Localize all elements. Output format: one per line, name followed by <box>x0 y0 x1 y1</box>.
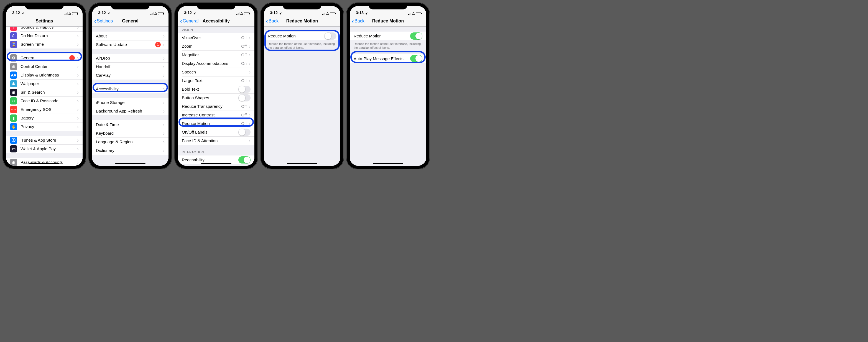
list-item[interactable]: ◉Siri & Search› <box>6 88 83 96</box>
list-item[interactable]: ▮Battery› <box>6 114 83 122</box>
battery-icon: ▮ <box>10 115 17 122</box>
chevron-right-icon: › <box>163 56 165 61</box>
notch <box>25 3 64 9</box>
cell-value: On <box>241 61 247 66</box>
switch[interactable] <box>238 94 251 101</box>
cell-label: Face ID & Attention <box>182 138 248 143</box>
list-item[interactable]: Keyboard› <box>92 129 168 137</box>
list-item[interactable]: Reachability <box>178 155 254 164</box>
chevron-right-icon: › <box>249 113 251 118</box>
home-indicator[interactable] <box>115 163 146 164</box>
cell-label: Do Not Disturb <box>21 33 76 38</box>
autoplay-switch[interactable] <box>410 55 422 62</box>
list-item[interactable]: MagnifierOff› <box>178 51 254 59</box>
list-item[interactable]: ◉Passwords & Accounts› <box>6 158 83 166</box>
list-item[interactable]: Reduce MotionOff› <box>178 119 254 128</box>
chevron-right-icon: › <box>163 64 165 69</box>
list-item[interactable]: ZoomOff› <box>178 42 254 51</box>
emergency-sos-icon: SOS <box>10 106 17 113</box>
autoplay-message-effects-row[interactable]: Auto-Play Message Effects <box>350 54 426 63</box>
home-indicator[interactable] <box>287 163 317 164</box>
nav-back-button[interactable]: ‹ Back <box>266 18 279 24</box>
list-item[interactable]: Background App Refresh› <box>92 107 168 115</box>
list-item[interactable]: On/Off Labels <box>178 128 254 136</box>
list-item[interactable]: ✋Privacy› <box>6 122 83 131</box>
cell-value: Off <box>241 44 247 49</box>
switch[interactable] <box>238 86 251 93</box>
list-item[interactable]: Button Shapes <box>178 93 254 102</box>
list-item[interactable]: ⒶiTunes & App Store› <box>6 136 83 145</box>
cell-label: Accessibility <box>96 87 162 91</box>
chevron-right-icon: › <box>77 64 79 69</box>
page-title: Settings <box>35 19 53 24</box>
status-time: 3:12 <box>270 10 278 15</box>
cell-label: Speech <box>182 69 248 74</box>
list-item[interactable]: AirDrop› <box>92 54 168 62</box>
nav-back-button[interactable]: ‹ Settings <box>94 18 113 24</box>
list-item[interactable]: ▭Wallet & Apple Pay› <box>6 145 83 153</box>
chevron-right-icon: › <box>163 73 165 78</box>
list-item[interactable]: Date & Time› <box>92 120 168 129</box>
nav-back-button[interactable]: ‹ Back <box>352 18 365 24</box>
nav-back-button[interactable]: ‹ General <box>180 18 198 24</box>
list-item[interactable]: VoiceOverOff› <box>178 33 254 42</box>
cell-label: Handoff <box>96 64 162 69</box>
list-item[interactable]: Reduce TransparencyOff› <box>178 102 254 111</box>
chevron-right-icon: › <box>249 78 251 83</box>
chevron-right-icon: › <box>77 81 79 86</box>
list-item[interactable]: Bold Text <box>178 85 254 93</box>
chevron-right-icon: › <box>163 139 165 145</box>
signal-icon <box>151 12 154 15</box>
list-item[interactable]: ❀Wallpaper› <box>6 79 83 88</box>
list-item[interactable]: Speech› <box>178 68 254 76</box>
home-indicator[interactable] <box>373 163 403 164</box>
list-item[interactable]: ♪Sounds & Haptics› <box>6 27 83 31</box>
reduce-motion-row[interactable]: Reduce Motion <box>350 32 426 40</box>
chevron-right-icon: › <box>249 69 251 74</box>
list-item[interactable]: ⌛Screen Time› <box>6 40 83 49</box>
list-item[interactable]: Dictionary› <box>92 146 168 155</box>
list-item[interactable]: Display AccommodationsOn› <box>178 59 254 68</box>
cell-label: Increase Contrast <box>182 113 241 117</box>
nav-back-label: General <box>183 19 198 24</box>
list-item[interactable]: CarPlay› <box>92 71 168 80</box>
list-item[interactable]: ⎚Control Center› <box>6 62 83 71</box>
cell-label: Wallpaper <box>21 81 76 86</box>
section-header-vision: VISION <box>178 27 254 33</box>
location-icon: ➤ <box>21 11 24 15</box>
list-item[interactable]: About› <box>92 32 168 40</box>
cell-value: Off <box>241 52 247 57</box>
list-item[interactable]: AADisplay & Brightness› <box>6 71 83 79</box>
home-indicator[interactable] <box>29 163 60 164</box>
cell-label: Larger Text <box>182 78 241 83</box>
cell-label: Display & Brightness <box>21 73 76 77</box>
list-item[interactable]: ⚙General1› <box>6 54 83 62</box>
reduce-motion-switch[interactable] <box>324 32 336 40</box>
passwords-accounts-icon: ◉ <box>10 159 17 166</box>
cell-value: Off <box>241 35 247 40</box>
list-item[interactable]: ☾Do Not Disturb› <box>6 31 83 40</box>
chevron-right-icon: › <box>77 98 79 103</box>
status-time: 3:13 <box>356 10 364 15</box>
switch[interactable] <box>238 156 251 163</box>
chevron-right-icon: › <box>249 138 251 143</box>
home-indicator[interactable] <box>201 163 231 164</box>
status-time: 3:12 <box>98 10 106 15</box>
list-item[interactable]: Language & Region› <box>92 137 168 146</box>
list-item[interactable]: iPhone Storage› <box>92 98 168 107</box>
switch[interactable] <box>238 129 251 136</box>
list-item[interactable]: Software Update1› <box>92 40 168 49</box>
reduce-motion-switch[interactable] <box>410 32 422 40</box>
cell-label: Control Center <box>21 64 76 69</box>
list-item[interactable]: SOSEmergency SOS› <box>6 105 83 114</box>
list-item[interactable]: ☺Face ID & Passcode› <box>6 96 83 105</box>
list-item[interactable]: Larger TextOff› <box>178 76 254 85</box>
cell-label: Battery <box>21 116 76 120</box>
content-area: ♪Sounds & Haptics›☾Do Not Disturb›⌛Scree… <box>6 27 83 166</box>
reduce-motion-row[interactable]: Reduce Motion <box>264 32 340 40</box>
do-not-disturb-icon: ☾ <box>10 32 17 39</box>
list-item[interactable]: Increase ContrastOff› <box>178 111 254 119</box>
list-item[interactable]: Handoff› <box>92 62 168 71</box>
list-item[interactable]: Face ID & Attention› <box>178 136 254 145</box>
list-item[interactable]: Accessibility› <box>92 85 168 93</box>
